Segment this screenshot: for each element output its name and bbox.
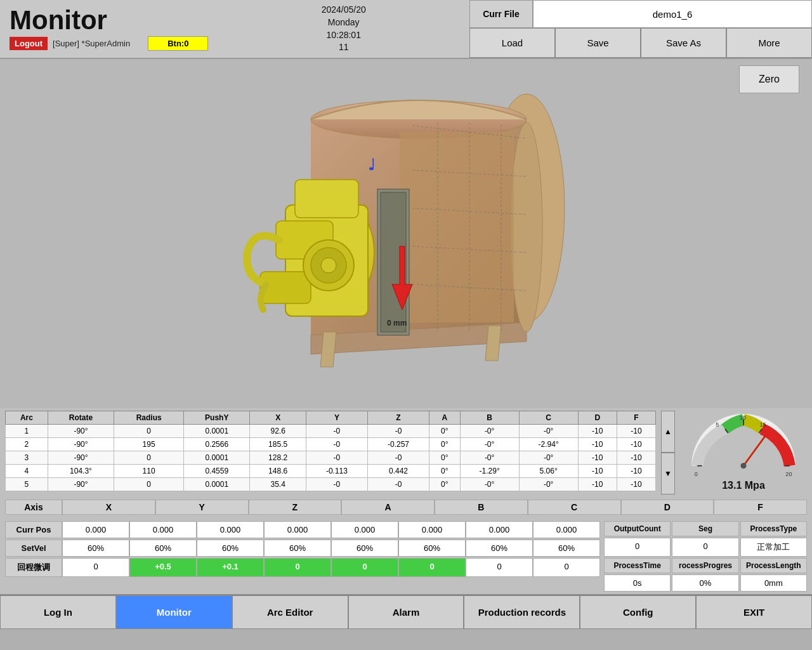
arc-cell-4-5: -0.113 (306, 465, 367, 478)
nav-btn-production-records[interactable]: Production records (464, 595, 580, 629)
axis-b-header: B (435, 500, 528, 515)
stats-val-row1: 0 0 正常加工 (604, 538, 807, 557)
user-row: Logout [Super] *SuperAdmin Btn:0 (10, 36, 208, 51)
arc-table-row-1[interactable]: 1-90°00.000192.6-0-00°-0°-0°-10-10 (6, 425, 656, 438)
process-progress-header: rocessProgres (672, 558, 738, 573)
output-count-val: 0 (604, 538, 671, 557)
axis-header-row: Axis X Y Z A B C D F (5, 500, 807, 515)
seg-header: Seg (672, 521, 738, 536)
col-arc: Arc (6, 411, 48, 425)
process-time-val: 0s (604, 574, 671, 592)
svg-point-4 (511, 123, 542, 332)
arc-cell-3-2: 0 (114, 451, 184, 465)
nav-btn-monitor[interactable]: Monitor (116, 595, 232, 629)
svg-text:0: 0 (695, 471, 698, 477)
svg-text:♩: ♩ (368, 156, 375, 173)
scroll-down-button[interactable]: ▼ (661, 453, 675, 494)
arc-cell-4-7: 0° (429, 465, 460, 478)
arc-cell-1-8: -0° (460, 425, 519, 438)
arc-cell-1-9: -0° (519, 425, 578, 438)
svg-marker-6 (320, 332, 336, 367)
arc-cell-1-1: -90° (48, 425, 114, 438)
fine-adj-a: 0 (264, 558, 331, 577)
stats-header-row2: ProcessTime rocessProgres ProcessLength (604, 558, 807, 573)
arc-cell-2-11: -10 (617, 438, 655, 451)
stats-header-row1: OutputCount Seg ProcessType (604, 521, 807, 536)
arc-cell-3-5: -0 (306, 451, 367, 465)
arc-cell-1-2: 0 (114, 425, 184, 438)
svg-text:5: 5 (716, 421, 719, 428)
nav-btn-arc-editor[interactable]: Arc Editor (232, 595, 348, 629)
set-vel-a: 60% (264, 540, 331, 557)
data-section: Arc Rotate Radius PushY X Y Z A B C D F (0, 408, 812, 497)
arc-table-row-2[interactable]: 2-90°1950.2566185.5-0-0.2570°-0°-2.94°-1… (6, 438, 656, 451)
nav-btn-log-in[interactable]: Log In (0, 595, 116, 629)
col-d: D (578, 411, 617, 425)
axis-c-header: C (528, 500, 621, 515)
arc-table-wrapper: Arc Rotate Radius PushY X Y Z A B C D F (5, 411, 656, 494)
fine-adj-z: +0.1 (197, 558, 264, 577)
save-button[interactable]: Save (555, 28, 641, 58)
curr-file-value: demo1_6 (533, 0, 812, 28)
arc-cell-4-3: 0.4559 (184, 465, 250, 478)
arc-cell-1-4: 92.6 (250, 425, 306, 438)
machine-3d-view: 0 mm ♩ (184, 81, 628, 386)
svg-text:20: 20 (785, 471, 792, 477)
fine-adj-label: 回程微调 (5, 558, 62, 577)
scroll-buttons: ▲ ▼ (661, 411, 675, 494)
nav-btn-config[interactable]: Config (580, 595, 696, 629)
fine-adj-f: 0 (533, 558, 600, 577)
set-vel-row: SetVel 60% 60% 60% 60% 60% 60% 60% 60% (5, 540, 600, 557)
process-progress-val: 0% (672, 574, 738, 592)
curr-pos-label: Curr Pos (5, 521, 62, 538)
scroll-up-button[interactable]: ▲ (661, 411, 675, 453)
arc-table-row-5[interactable]: 5-90°00.000135.4-0-00°-0°-0°-10-10 (6, 478, 656, 491)
arc-table-row-4[interactable]: 4104.3°1100.4559148.6-0.1130.4420°-1.29°… (6, 465, 656, 478)
set-vel-z: 60% (197, 540, 264, 557)
load-button[interactable]: Load (469, 28, 555, 58)
curr-file-label: Curr File (469, 0, 533, 28)
arc-cell-5-3: 0.0001 (184, 478, 250, 491)
curr-pos-f: 0.000 (533, 521, 600, 538)
svg-rect-15 (295, 180, 358, 218)
zero-button[interactable]: Zero (739, 65, 799, 93)
set-vel-d: 60% (466, 540, 533, 557)
arc-cell-4-8: -1.29° (460, 465, 519, 478)
arc-cell-4-10: -10 (578, 465, 617, 478)
arc-cell-4-4: 148.6 (250, 465, 306, 478)
arc-cell-1-3: 0.0001 (184, 425, 250, 438)
arc-cell-5-1: -90° (48, 478, 114, 491)
arc-cell-5-4: 35.4 (250, 478, 306, 491)
more-button[interactable]: More (726, 28, 812, 58)
nav-btn-exit[interactable]: EXIT (696, 595, 812, 629)
axis-y-header: Y (155, 500, 249, 515)
header: Monitor Logout [Super] *SuperAdmin Btn:0… (0, 0, 812, 59)
curr-pos-d: 0.000 (466, 521, 533, 538)
process-length-val: 0mm (740, 574, 807, 592)
set-vel-y: 60% (129, 540, 197, 557)
arc-table-row-3[interactable]: 3-90°00.0001128.2-0-00°-0°-0°-10-10 (6, 451, 656, 465)
fine-adj-b: 0 (331, 558, 398, 577)
arc-cell-5-0: 5 (6, 478, 48, 491)
arc-cell-4-1: 104.3° (48, 465, 114, 478)
nav-btn-alarm[interactable]: Alarm (348, 595, 464, 629)
fine-adj-x: 0 (62, 558, 129, 577)
gauge-svg: 0 5 10 15 20 (686, 414, 801, 477)
arc-cell-1-0: 1 (6, 425, 48, 438)
set-vel-f: 60% (533, 540, 600, 557)
gauge-value: 13.1 Mpa (722, 480, 765, 491)
arc-cell-2-0: 2 (6, 438, 48, 451)
arc-cell-3-6: -0 (367, 451, 429, 465)
arc-cell-2-1: -90° (48, 438, 114, 451)
arc-cell-5-6: -0 (367, 478, 429, 491)
date-display: 2024/05/20 (322, 4, 366, 17)
curr-pos-b: 0.000 (331, 521, 398, 538)
arc-cell-2-7: 0° (429, 438, 460, 451)
save-as-button[interactable]: Save As (641, 28, 726, 58)
logout-button[interactable]: Logout (10, 37, 48, 50)
col-a: A (429, 411, 460, 425)
curr-pos-a: 0.000 (264, 521, 331, 538)
arc-cell-5-8: -0° (460, 478, 519, 491)
svg-rect-5 (400, 132, 514, 322)
arc-cell-1-10: -10 (578, 425, 617, 438)
